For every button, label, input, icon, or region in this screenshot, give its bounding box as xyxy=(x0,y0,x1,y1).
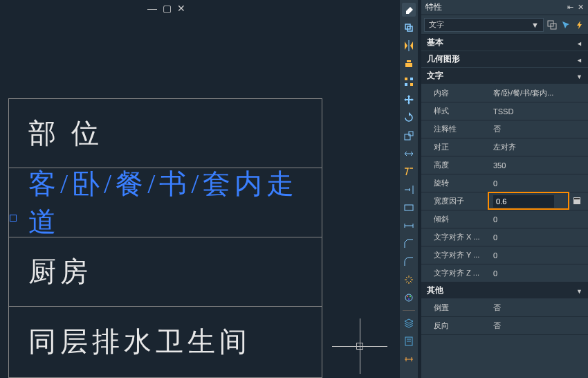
prop-value[interactable]: 否 xyxy=(490,124,588,134)
section-text[interactable]: 文字 xyxy=(421,68,588,84)
prop-row-backwards[interactable]: 反向 否 xyxy=(421,317,588,335)
collapse-arrow-icon xyxy=(576,38,582,48)
prop-row-style[interactable]: 样式 TSSD xyxy=(421,102,588,120)
prop-row-height[interactable]: 高度 350 xyxy=(421,156,588,174)
extend-tool-icon[interactable] xyxy=(402,183,416,197)
move-tool-icon[interactable] xyxy=(402,93,416,107)
restore-button[interactable]: ▢ xyxy=(163,3,172,14)
paint-tool-icon[interactable] xyxy=(402,291,416,305)
prop-row-width-factor[interactable]: 宽度因子 xyxy=(421,192,588,210)
expand-arrow-icon xyxy=(576,71,582,81)
prop-row-rotation[interactable]: 旋转 0 xyxy=(421,174,588,192)
prop-value[interactable]: 0 xyxy=(490,251,588,260)
rotate-tool-icon[interactable] xyxy=(402,111,416,125)
prop-row-align-y[interactable]: 文字对齐 Y ... 0 xyxy=(421,246,588,264)
section-label: 基本 xyxy=(427,37,443,48)
prop-label: 样式 xyxy=(421,106,490,116)
section-other[interactable]: 其他 xyxy=(421,282,588,299)
cursor-crosshair xyxy=(332,318,387,374)
dropdown-caret-icon: ▼ xyxy=(531,21,539,29)
svg-point-12 xyxy=(405,294,412,301)
prop-value[interactable]: 否 xyxy=(490,303,588,313)
prop-value-editing[interactable] xyxy=(490,195,588,208)
selection-type-label: 文字 xyxy=(429,19,444,30)
properties-tool-icon[interactable] xyxy=(402,334,416,348)
fillet-tool-icon[interactable] xyxy=(402,255,416,269)
close-button[interactable]: ✕ xyxy=(177,3,185,14)
vertical-toolbar xyxy=(400,0,418,378)
table-row[interactable]: 部 位 xyxy=(9,99,322,168)
prop-row-annotative[interactable]: 注释性 否 xyxy=(421,120,588,138)
cursor-pickbox xyxy=(356,343,363,350)
text-entity-selected[interactable]: 客/卧/餐/书/套内走道 xyxy=(28,165,322,241)
svg-rect-3 xyxy=(405,63,412,67)
svg-rect-4 xyxy=(407,60,411,62)
table-row[interactable]: 厨房 xyxy=(9,237,322,307)
prop-label: 宽度因子 xyxy=(421,196,490,206)
prop-row-align-z[interactable]: 文字对齐 Z ... 0 xyxy=(421,264,588,282)
prop-value[interactable]: 0 xyxy=(490,215,588,224)
copy-tool-icon[interactable] xyxy=(402,21,416,35)
stretch-tool-icon[interactable] xyxy=(402,147,416,161)
panel-pin-icon[interactable]: ⇤ xyxy=(567,3,573,12)
text-entity[interactable]: 部 位 xyxy=(28,114,103,152)
pick-add-icon[interactable] xyxy=(560,19,571,30)
join-tool-icon[interactable] xyxy=(402,219,416,233)
prop-value[interactable]: 否 xyxy=(490,321,588,331)
svg-point-15 xyxy=(408,298,410,300)
lightning-icon[interactable] xyxy=(574,19,585,30)
width-factor-input[interactable] xyxy=(493,195,554,208)
offset-tool-icon[interactable] xyxy=(402,57,416,71)
section-basic[interactable]: 基本 xyxy=(421,35,588,51)
prop-label: 内容 xyxy=(421,88,490,98)
prop-value[interactable]: TSSD xyxy=(490,107,588,116)
section-label: 几何图形 xyxy=(427,53,460,65)
selection-type-dropdown[interactable]: 文字 ▼ xyxy=(424,18,544,32)
explode-tool-icon[interactable] xyxy=(402,273,416,287)
table-row[interactable]: 客/卧/餐/书/套内走道 xyxy=(9,168,322,237)
drawing-canvas[interactable]: — ▢ ✕ 部 位 客/卧/餐/书/套内走道 厨房 同层排水卫生间 xyxy=(0,0,387,378)
section-geometry[interactable]: 几何图形 xyxy=(421,51,588,68)
chamfer-tool-icon[interactable] xyxy=(402,237,416,251)
trim-tool-icon[interactable] xyxy=(402,165,416,179)
svg-rect-5 xyxy=(405,78,407,80)
prop-label: 倒置 xyxy=(421,303,490,313)
window-controls: — ▢ ✕ xyxy=(147,3,185,14)
svg-rect-6 xyxy=(410,78,413,80)
expand-arrow-icon xyxy=(576,286,582,296)
selection-row: 文字 ▼ xyxy=(421,15,588,35)
prop-value[interactable]: 0 xyxy=(490,269,588,278)
scale-tool-icon[interactable] xyxy=(402,129,416,143)
quick-select-icon[interactable] xyxy=(546,19,558,30)
prop-label: 倾斜 xyxy=(421,214,490,224)
array-tool-icon[interactable] xyxy=(402,75,416,89)
prop-value[interactable]: 左对齐 xyxy=(490,142,588,152)
eraser-tool-icon[interactable] xyxy=(402,3,416,17)
prop-row-justify[interactable]: 对正 左对齐 xyxy=(421,138,588,156)
other-properties-grid: 倒置 否 反向 否 xyxy=(421,299,588,335)
text-entity[interactable]: 厨房 xyxy=(28,253,92,291)
panel-close-icon[interactable]: ✕ xyxy=(578,3,584,12)
mirror-tool-icon[interactable] xyxy=(402,39,416,53)
prop-label: 文字对齐 Z ... xyxy=(421,268,490,278)
dimension-tool-icon[interactable] xyxy=(402,352,416,366)
prop-value[interactable]: 350 xyxy=(490,161,588,170)
layer-tool-icon[interactable] xyxy=(402,316,416,330)
prop-value[interactable]: 0 xyxy=(490,179,588,188)
svg-rect-8 xyxy=(410,83,413,86)
prop-label: 对正 xyxy=(421,142,490,152)
prop-value[interactable]: 客/卧/餐/书/套内... xyxy=(490,88,588,98)
prop-row-oblique[interactable]: 倾斜 0 xyxy=(421,210,588,228)
prop-row-upside[interactable]: 倒置 否 xyxy=(421,299,588,317)
minimize-button[interactable]: — xyxy=(147,3,157,14)
svg-point-13 xyxy=(407,296,408,297)
text-entity[interactable]: 同层排水卫生间 xyxy=(28,323,251,361)
break-tool-icon[interactable] xyxy=(402,201,416,215)
prop-row-content[interactable]: 内容 客/卧/餐/书/套内... xyxy=(421,84,588,102)
calculator-icon[interactable] xyxy=(573,197,582,206)
prop-value[interactable]: 0 xyxy=(490,233,588,242)
section-label: 文字 xyxy=(427,70,443,82)
prop-row-align-x[interactable]: 文字对齐 X ... 0 xyxy=(421,228,588,246)
table-row[interactable]: 同层排水卫生间 xyxy=(9,307,322,376)
selection-grip[interactable] xyxy=(10,215,17,222)
